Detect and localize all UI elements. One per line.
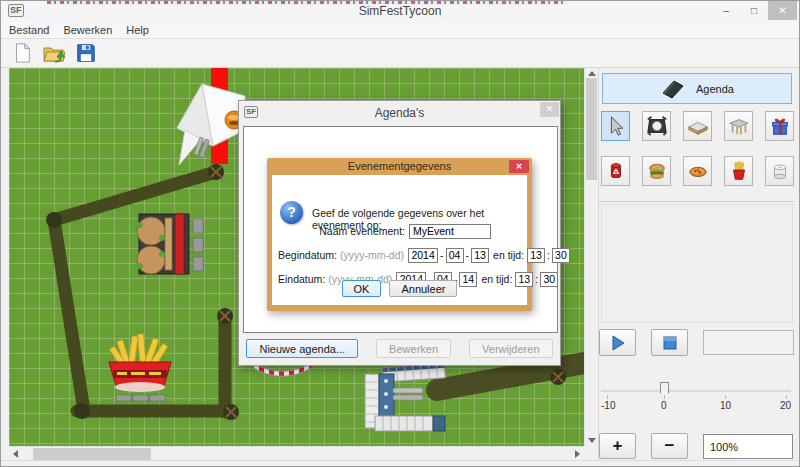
tick-20	[786, 395, 787, 399]
gift-icon	[769, 115, 791, 137]
vertical-scrollbar[interactable]	[584, 68, 597, 446]
play-icon	[609, 334, 627, 352]
fries-bench	[116, 395, 165, 401]
tool-gift[interactable]	[765, 111, 794, 141]
colon-sep: :	[533, 273, 540, 285]
speed-slider-track[interactable]	[601, 390, 791, 392]
agendas-dialog-title: Agenda's	[239, 106, 560, 120]
new-file-icon	[11, 42, 33, 64]
zoom-level-field[interactable]: 100%	[703, 434, 793, 459]
ok-button[interactable]: OK	[342, 280, 382, 297]
stage-icon	[687, 115, 709, 137]
event-dialog: Evenementgegevens ✕ ? Geef de volgende g…	[267, 158, 532, 311]
open-file-button[interactable]	[41, 40, 67, 66]
menu-bar: Bestand Bewerken Help	[1, 21, 799, 39]
vertical-scroll-thumb[interactable]	[586, 78, 597, 180]
simulation-info-box	[703, 330, 794, 355]
maximize-button[interactable]: □	[740, 1, 768, 20]
burger-icon	[646, 160, 668, 182]
begin-year-input[interactable]	[408, 248, 438, 263]
tool-burger[interactable]	[642, 156, 671, 186]
zoom-out-button[interactable]: −	[651, 433, 688, 459]
info-panel	[601, 204, 793, 323]
menu-help[interactable]: Help	[126, 24, 149, 36]
horizontal-scroll-thumb[interactable]	[33, 448, 151, 460]
name-row: Naam evenement:	[278, 223, 526, 239]
cancel-button[interactable]: Annuleer	[389, 280, 457, 297]
event-dialog-buttons: OK Annuleer	[272, 280, 527, 297]
name-label: Naam evenement:	[278, 225, 409, 237]
tick-minus10	[607, 395, 608, 399]
cursor-icon	[605, 115, 627, 137]
sidebar: Agenda	[598, 68, 794, 460]
tool-fries[interactable]	[724, 156, 753, 186]
slider-label-minus10: -10	[601, 400, 615, 411]
save-file-button[interactable]	[73, 40, 99, 66]
trash-can-icon	[605, 160, 627, 182]
menu-bewerken[interactable]: Bewerken	[63, 24, 112, 36]
tick-10	[725, 395, 726, 399]
scroll-up-icon[interactable]	[588, 71, 596, 76]
begin-month-input[interactable]	[446, 248, 464, 263]
scroll-right-icon[interactable]	[575, 450, 580, 458]
pizza-icon	[687, 160, 709, 182]
title-bar: SF SimFestTycoon – □ ✕	[1, 1, 799, 21]
dash-sep: -	[464, 249, 472, 261]
edit-agenda-button[interactable]: Bewerken	[376, 339, 451, 358]
open-folder-icon	[42, 41, 66, 65]
agenda-button-label: Agenda	[696, 83, 734, 95]
event-dialog-body: ? Geef de volgende gegevens over het eve…	[272, 175, 527, 305]
new-file-button[interactable]	[9, 40, 35, 66]
close-button[interactable]: ✕	[768, 1, 797, 20]
toolbar	[1, 39, 799, 68]
slider-label-20: 20	[780, 400, 791, 411]
dash-sep: -	[438, 249, 446, 261]
stop-icon	[662, 335, 678, 351]
scroll-down-icon[interactable]	[588, 438, 596, 443]
play-button[interactable]	[599, 329, 636, 356]
menu-bestand[interactable]: Bestand	[9, 24, 49, 36]
app-window: SF SimFestTycoon – □ ✕ Bestand Bewerken …	[0, 0, 800, 467]
tool-trash-can[interactable]	[601, 156, 630, 186]
minimize-button[interactable]: –	[712, 1, 740, 20]
burger-bench	[193, 219, 203, 271]
event-name-input[interactable]	[409, 224, 491, 239]
begin-day-input[interactable]	[471, 248, 489, 263]
horizontal-scrollbar[interactable]	[9, 446, 584, 460]
question-icon: ?	[280, 201, 303, 224]
event-dialog-close-button[interactable]: ✕	[509, 160, 529, 173]
tool-toilet-roll[interactable]	[765, 156, 794, 186]
sidebar-divider	[599, 201, 795, 202]
tool-pizza[interactable]	[683, 156, 712, 186]
slider-label-10: 10	[720, 400, 731, 411]
agenda-button[interactable]: Agenda	[602, 73, 792, 104]
delete-agenda-button[interactable]: Verwijderen	[469, 339, 552, 358]
toilet-roll-icon	[769, 160, 791, 182]
colon-sep: :	[545, 249, 552, 261]
new-agenda-button[interactable]: Nieuwe agenda...	[246, 339, 358, 358]
agendas-dialog-footer: Nieuwe agenda... Bewerken Verwijderen	[239, 332, 560, 365]
tool-stage-light[interactable]	[642, 111, 671, 141]
agendas-dialog-titlebar: SF Agenda's ✕	[239, 101, 560, 126]
tick-0	[664, 395, 665, 399]
begin-minute-input[interactable]	[552, 248, 570, 263]
screen-artifact	[47, 1, 567, 4]
tool-cursor[interactable]	[601, 111, 630, 141]
begin-date-format: (yyyy-mm-dd)	[340, 249, 404, 261]
stop-button[interactable]	[651, 329, 688, 356]
agendas-dialog-close-button[interactable]: ✕	[540, 102, 559, 117]
event-dialog-title: Evenementgegevens	[267, 158, 532, 175]
begin-date-row: Begindatum: (yyyy-mm-dd) - - en tijd: :	[278, 247, 526, 263]
zoom-in-button[interactable]: +	[599, 433, 636, 459]
scroll-left-icon[interactable]	[13, 450, 18, 458]
gate-icon	[728, 115, 750, 137]
tool-stage[interactable]	[683, 111, 712, 141]
agenda-book-icon	[660, 78, 686, 100]
begin-time-label: en tijd:	[489, 249, 527, 261]
burger-stand[interactable]	[137, 214, 189, 274]
stage-light-icon	[646, 115, 668, 137]
save-icon	[75, 42, 97, 64]
end-minute-input[interactable]	[540, 272, 558, 287]
begin-hour-input[interactable]	[527, 248, 545, 263]
tool-gate[interactable]	[724, 111, 753, 141]
